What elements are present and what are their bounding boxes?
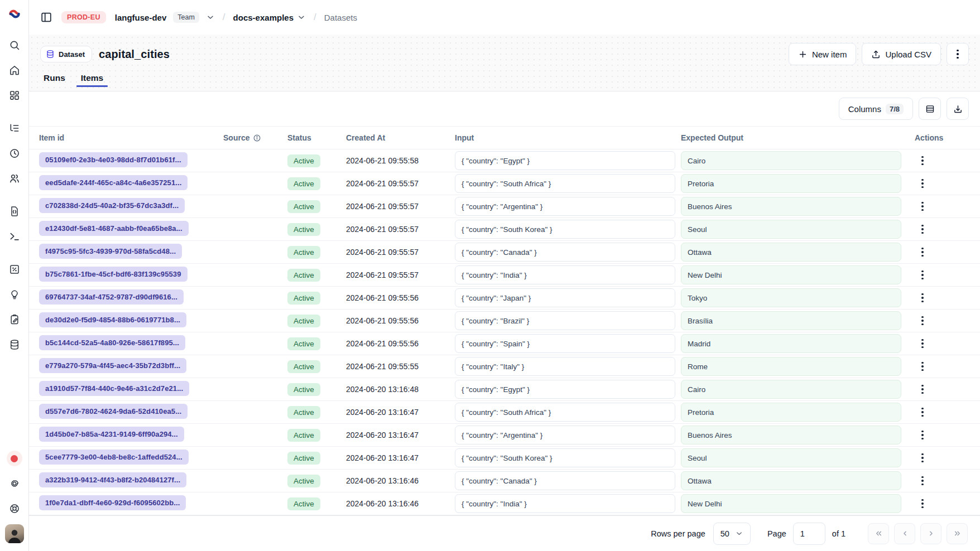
sidebar-toggle-icon[interactable]: [38, 9, 55, 26]
row-actions-button[interactable]: [915, 313, 930, 328]
row-actions-button[interactable]: [915, 336, 930, 351]
tracing-icon[interactable]: [5, 119, 24, 138]
row-actions-button[interactable]: [915, 290, 930, 306]
item-id-pill[interactable]: de30d2e0-f5d9-4854-88b6-0619771b8...: [39, 312, 186, 327]
home-icon[interactable]: [5, 61, 24, 80]
table-row[interactable]: e779a270-579a-4f45-aec4-35b72d3bff... Ac…: [29, 355, 980, 378]
table-row[interactable]: 5cee7779-3e00-4eb8-be8c-1affedd524... Ac…: [29, 447, 980, 470]
user-avatar[interactable]: [5, 524, 24, 543]
export-button[interactable]: [947, 98, 969, 120]
table-row[interactable]: e12430df-5e81-4687-aabb-f0ea65be8a... Ac…: [29, 218, 980, 241]
created-at-cell: 2024-06-21 09:55:57: [346, 179, 449, 188]
page-title: capital_cities: [99, 48, 170, 61]
table-row[interactable]: d557e7d6-7802-4624-9da6-52d410ea5... Act…: [29, 401, 980, 424]
prompts-icon[interactable]: [5, 202, 24, 221]
row-actions-button[interactable]: [915, 404, 930, 420]
table-row[interactable]: eed5dafe-244f-465c-a84c-4a6e357251... Ac…: [29, 172, 980, 195]
table-row[interactable]: 1d45b0e7-b85a-4231-9149-6ff90a294... Act…: [29, 424, 980, 447]
row-actions-button[interactable]: [915, 450, 930, 466]
item-id-pill[interactable]: a1910d57-7f84-440c-9e46-a31c2d7e21...: [39, 381, 189, 396]
item-id-pill[interactable]: a322b319-9412-4f43-b8f2-b20484127f...: [39, 472, 186, 487]
expected-output-cell: Ottawa: [681, 471, 901, 490]
item-id-pill[interactable]: 1f0e7da1-dbff-4e60-929d-f6095602bb...: [39, 495, 186, 510]
previous-page-button[interactable]: [894, 523, 915, 544]
project-name: docs-examples: [233, 13, 294, 22]
settings-icon[interactable]: [5, 474, 24, 493]
row-actions-button[interactable]: [915, 244, 930, 260]
table-row[interactable]: c702838d-24d5-40a2-bf35-67dc3a3df... Act…: [29, 195, 980, 218]
first-page-button[interactable]: [868, 523, 889, 544]
sessions-icon[interactable]: [5, 144, 24, 163]
row-actions-button[interactable]: [915, 359, 930, 374]
item-id-pill[interactable]: f4975c95-5fc3-4939-970d-58fa5cd48...: [39, 244, 182, 259]
row-actions-button[interactable]: [915, 427, 930, 443]
breadcrumb-datasets[interactable]: Datasets: [324, 13, 357, 22]
input-cell: { "country": "Canada" }: [455, 243, 675, 262]
row-height-button[interactable]: [919, 98, 941, 120]
page-of-label: of 1: [832, 529, 846, 538]
row-actions-button[interactable]: [915, 153, 930, 168]
item-id-pill[interactable]: 05109ef0-2e3b-4e03-98dd-8f7d01b61f...: [39, 152, 188, 167]
table-row[interactable]: f4975c95-5fc3-4939-970d-58fa5cd48... Act…: [29, 241, 980, 264]
project-selector[interactable]: docs-examples: [233, 13, 306, 22]
item-id-pill[interactable]: 69764737-34af-4752-9787-d90df9616...: [39, 289, 184, 304]
item-id-pill[interactable]: d557e7d6-7802-4624-9da6-52d410ea5...: [39, 404, 188, 419]
insights-icon[interactable]: [5, 285, 24, 304]
new-item-button[interactable]: New item: [789, 43, 857, 65]
row-actions-button[interactable]: [915, 381, 930, 397]
table-row[interactable]: 1f0e7da1-dbff-4e60-929d-f6095602bb... Ac…: [29, 492, 980, 515]
item-id-pill[interactable]: e779a270-579a-4f45-aec4-35b72d3bff...: [39, 358, 186, 373]
table-row[interactable]: de30d2e0-f5d9-4854-88b6-0619771b8... Act…: [29, 310, 980, 332]
annotation-icon[interactable]: [5, 310, 24, 329]
search-icon[interactable]: [5, 36, 24, 55]
columns-button[interactable]: Columns 7/8: [839, 98, 913, 120]
row-actions-button[interactable]: [915, 176, 930, 191]
tab-items[interactable]: Items: [80, 69, 105, 87]
recording-indicator[interactable]: [7, 451, 22, 466]
info-icon[interactable]: [253, 134, 261, 142]
table-header-row: Item id Source Status Created At Input E…: [29, 126, 980, 149]
dashboard-icon[interactable]: [5, 86, 24, 105]
support-icon[interactable]: [5, 499, 24, 518]
table-row[interactable]: 69764737-34af-4752-9787-d90df9616... Act…: [29, 287, 980, 310]
table-row[interactable]: a322b319-9412-4f43-b8f2-b20484127f... Ac…: [29, 470, 980, 492]
datasets-icon[interactable]: [5, 335, 24, 354]
tabs: Runs Items: [40, 69, 969, 87]
org-name[interactable]: langfuse-dev: [115, 13, 167, 22]
langfuse-logo-icon[interactable]: [7, 7, 22, 21]
table-row[interactable]: 05109ef0-2e3b-4e03-98dd-8f7d01b61f... Ac…: [29, 149, 980, 172]
org-chevron-down-icon[interactable]: [206, 13, 215, 22]
input-cell: { "country": "Italy" }: [455, 357, 675, 376]
expected-output-cell: Cairo: [681, 151, 901, 170]
last-page-button[interactable]: [947, 523, 968, 544]
row-actions-button[interactable]: [915, 221, 930, 237]
upload-csv-button[interactable]: Upload CSV: [862, 43, 941, 65]
page-number-input[interactable]: [793, 523, 825, 545]
content: Columns 7/8 Item id Source: [29, 91, 980, 551]
item-id-pill[interactable]: e12430df-5e81-4687-aabb-f0ea65be8a...: [39, 221, 189, 236]
item-id-pill[interactable]: eed5dafe-244f-465c-a84c-4a6e357251...: [39, 175, 188, 190]
row-actions-button[interactable]: [915, 496, 930, 511]
expected-output-cell: Buenos Aires: [681, 426, 901, 444]
table-row[interactable]: b5c144cd-52a5-4a80-926e-58617f895... Act…: [29, 332, 980, 355]
expected-output-cell: Seoul: [681, 448, 901, 467]
dataset-more-actions-button[interactable]: [947, 43, 969, 65]
rows-per-page-select[interactable]: 50: [713, 523, 751, 545]
table-row[interactable]: b75c7861-1fbe-45cf-bdf6-83f139c95539 Act…: [29, 264, 980, 287]
row-actions-button[interactable]: [915, 473, 930, 489]
playground-icon[interactable]: [5, 227, 24, 246]
item-id-pill[interactable]: c702838d-24d5-40a2-bf35-67dc3a3df...: [39, 198, 185, 213]
item-id-pill[interactable]: 1d45b0e7-b85a-4231-9149-6ff90a294...: [39, 427, 184, 442]
users-icon[interactable]: [5, 169, 24, 188]
title-row: Dataset capital_cities New item Upload C…: [40, 35, 969, 69]
row-actions-button[interactable]: [915, 199, 930, 214]
dataset-entity-badge: Dataset: [40, 46, 92, 62]
next-page-button[interactable]: [920, 523, 941, 544]
row-actions-button[interactable]: [915, 267, 930, 283]
table-row[interactable]: a1910d57-7f84-440c-9e46-a31c2d7e21... Ac…: [29, 378, 980, 401]
item-id-pill[interactable]: 5cee7779-3e00-4eb8-be8c-1affedd524...: [39, 450, 189, 465]
tab-runs[interactable]: Runs: [42, 69, 66, 87]
evaluation-icon[interactable]: [5, 260, 24, 279]
item-id-pill[interactable]: b75c7861-1fbe-45cf-bdf6-83f139c95539: [39, 267, 188, 282]
item-id-pill[interactable]: b5c144cd-52a5-4a80-926e-58617f895...: [39, 335, 185, 350]
